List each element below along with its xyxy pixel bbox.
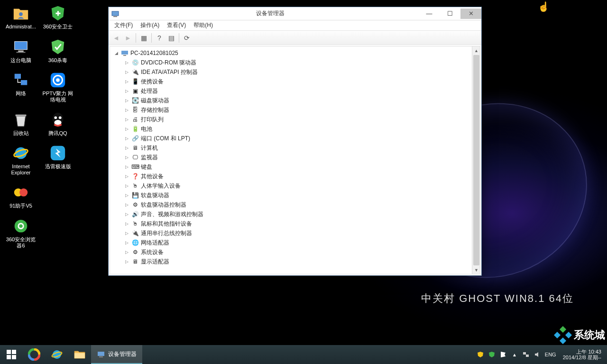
device-manager-window: 设备管理器 — ☐ ✕ 文件(F)操作(A)查看(V)帮助(H) ◄►▦?▤⟳ … xyxy=(108,7,482,276)
tray-up-icon[interactable]: ▲ xyxy=(511,351,518,358)
desktop-icon-thunder[interactable]: 迅雷极速版 xyxy=(41,144,75,175)
tray-shield-icon[interactable] xyxy=(477,351,484,358)
menu-item[interactable]: 帮助(H) xyxy=(191,20,216,30)
expand-icon[interactable]: ▷ xyxy=(124,79,129,84)
tree-node[interactable]: ▷🖵监视器 xyxy=(111,153,471,162)
expand-icon[interactable]: ▷ xyxy=(124,155,129,160)
expand-icon[interactable]: ▷ xyxy=(124,240,129,246)
ie-icon xyxy=(51,349,63,360)
expand-icon[interactable]: ▷ xyxy=(124,221,129,227)
expand-icon[interactable]: ▷ xyxy=(124,146,129,151)
toolbar-show-hide-button[interactable]: ▦ xyxy=(138,32,149,44)
tray-shield2-icon[interactable] xyxy=(488,351,496,358)
tree-node[interactable]: ▷🌐网络适配器 xyxy=(111,238,471,247)
scroll-up-button[interactable]: ▲ xyxy=(472,46,480,55)
titlebar[interactable]: 设备管理器 — ☐ ✕ xyxy=(109,7,481,20)
scroll-down-button[interactable]: ▼ xyxy=(472,266,480,274)
tree-node[interactable]: ▷🖱人体学输入设备 xyxy=(111,181,471,191)
expand-icon[interactable]: ▷ xyxy=(124,202,129,208)
taskbar-pin-explorer[interactable] xyxy=(68,345,91,364)
system-tray[interactable]: ▲ ENG 上午 10:43 2014/12/8 星期-- xyxy=(477,349,607,360)
tree-node[interactable]: ▷💽磁盘驱动器 xyxy=(111,96,471,105)
close-button[interactable]: ✕ xyxy=(460,9,481,19)
tree-node[interactable]: ▷🔊声音、视频和游戏控制器 xyxy=(111,209,471,219)
tree-node[interactable]: ▷🖥计算机 xyxy=(111,143,471,153)
tree-root[interactable]: ◢PC-201412081025 xyxy=(111,48,471,58)
taskbar-pin-ie[interactable] xyxy=(46,345,68,364)
tree-node[interactable]: ▷💿DVD/CD-ROM 驱动器 xyxy=(111,58,471,67)
toolbar-help-button[interactable]: ? xyxy=(154,32,165,44)
expand-icon[interactable]: ▷ xyxy=(124,164,129,170)
expand-icon[interactable]: ▷ xyxy=(124,70,129,75)
scrollbar[interactable]: ▲ ▼ xyxy=(472,46,480,274)
device-category-icon: 💿 xyxy=(131,59,139,66)
expand-icon[interactable]: ▷ xyxy=(124,174,129,179)
expand-icon[interactable]: ▷ xyxy=(124,259,129,264)
expand-icon[interactable]: ▷ xyxy=(124,89,129,94)
tree-node[interactable]: ▷⌨键盘 xyxy=(111,162,471,172)
tree-node[interactable]: ▷▣处理器 xyxy=(111,86,471,96)
desktop-icon-recycle-bin[interactable]: 回收站 xyxy=(4,110,38,136)
svg-point-0 xyxy=(19,12,23,16)
expand-icon[interactable]: ▷ xyxy=(124,127,129,132)
desktop-icon-administrator[interactable]: Administrat... xyxy=(4,4,38,30)
tree-node-label: 通用串行总线控制器 xyxy=(141,229,192,237)
tray-volume-icon[interactable] xyxy=(533,351,541,358)
tree-node[interactable]: ▷🖨打印队列 xyxy=(111,115,471,124)
tree-node[interactable]: ▷🖥显示适配器 xyxy=(111,257,471,266)
scroll-thumb[interactable] xyxy=(473,55,479,265)
tree-node[interactable]: ▷🔌通用串行总线控制器 xyxy=(111,228,471,238)
desktop-icon-this-pc[interactable]: 这台电脑 xyxy=(4,37,38,64)
maximize-button[interactable]: ☐ xyxy=(440,9,460,19)
thunder-icon xyxy=(48,144,67,163)
desktop-icon-91-helper[interactable]: 91助手V5 xyxy=(4,183,38,209)
minimize-button[interactable]: — xyxy=(419,9,440,19)
tree-node[interactable]: ▷📱便携设备 xyxy=(111,77,471,86)
expand-icon[interactable]: ▷ xyxy=(124,183,129,189)
tray-network-icon[interactable] xyxy=(522,351,530,358)
tree-node[interactable]: ▷❓其他设备 xyxy=(111,172,471,181)
desktop-icon-pptv[interactable]: PPTV聚力 网络电视 xyxy=(41,71,75,102)
desktop-icon-360-antivirus[interactable]: 360杀毒 xyxy=(41,37,75,64)
taskbar-task-device-manager[interactable]: 设备管理器 xyxy=(91,345,142,364)
desktop-icons-grid: Administrat...✚360安全卫士这台电脑360杀毒网络PPTV聚力 … xyxy=(4,4,77,248)
device-tree[interactable]: ◢PC-201412081025▷💿DVD/CD-ROM 驱动器▷🔌IDE AT… xyxy=(110,46,472,274)
start-button[interactable] xyxy=(0,345,23,364)
expand-icon[interactable]: ▷ xyxy=(124,250,129,255)
tree-node[interactable]: ▷🔋电池 xyxy=(111,124,471,134)
taskbar-pin-360[interactable] xyxy=(23,345,46,364)
collapse-icon[interactable]: ◢ xyxy=(114,51,119,56)
expand-icon[interactable]: ▷ xyxy=(124,60,129,65)
desktop-icon-360-browser[interactable]: 360安全浏览器6 xyxy=(4,217,38,248)
desktop[interactable]: 中关村 GHOST WIN8.1 64位 Administrat...✚360安… xyxy=(0,0,607,364)
tree-node[interactable]: ▷⚙软盘驱动器控制器 xyxy=(111,200,471,209)
tray-lang[interactable]: ENG xyxy=(545,352,556,357)
expand-icon[interactable]: ▷ xyxy=(124,108,129,113)
tray-flag-icon[interactable] xyxy=(499,351,507,358)
menu-item[interactable]: 文件(F) xyxy=(111,20,136,30)
tree-node[interactable]: ▷💾软盘驱动器 xyxy=(111,191,471,200)
taskbar-clock[interactable]: 上午 10:43 2014/12/8 星期-- xyxy=(560,349,604,360)
toolbar-props-button[interactable]: ▤ xyxy=(166,32,177,44)
desktop-icon-network[interactable]: 网络 xyxy=(4,71,38,102)
menu-item[interactable]: 操作(A) xyxy=(138,20,162,30)
desktop-icon-ie[interactable]: Internet Explorer xyxy=(4,144,38,175)
tree-node[interactable]: ▷🔗端口 (COM 和 LPT) xyxy=(111,134,471,143)
pinwheel-icon xyxy=(28,348,40,361)
menu-item[interactable]: 查看(V) xyxy=(164,20,189,30)
expand-icon[interactable]: ▷ xyxy=(124,98,129,103)
expand-icon[interactable]: ▷ xyxy=(124,117,129,122)
expand-icon[interactable]: ▷ xyxy=(124,136,129,141)
tree-node[interactable]: ▷🔌IDE ATA/ATAPI 控制器 xyxy=(111,67,471,77)
tree-node[interactable]: ▷🖱鼠标和其他指针设备 xyxy=(111,219,471,228)
expand-icon[interactable]: ▷ xyxy=(124,212,129,217)
desktop-icon-360-safe[interactable]: ✚360安全卫士 xyxy=(41,4,75,30)
device-category-icon: 💾 xyxy=(131,191,139,199)
expand-icon[interactable]: ▷ xyxy=(124,231,129,236)
toolbar-scan-button[interactable]: ⟳ xyxy=(181,32,193,44)
desktop-icon-qq[interactable]: 腾讯QQ xyxy=(41,110,75,136)
tree-node[interactable]: ▷🗄存储控制器 xyxy=(111,105,471,115)
taskbar[interactable]: 设备管理器 ▲ ENG 上午 10:43 2014/12/8 星期-- xyxy=(0,345,607,364)
expand-icon[interactable]: ▷ xyxy=(124,193,129,198)
tree-node[interactable]: ▷⚙系统设备 xyxy=(111,247,471,257)
